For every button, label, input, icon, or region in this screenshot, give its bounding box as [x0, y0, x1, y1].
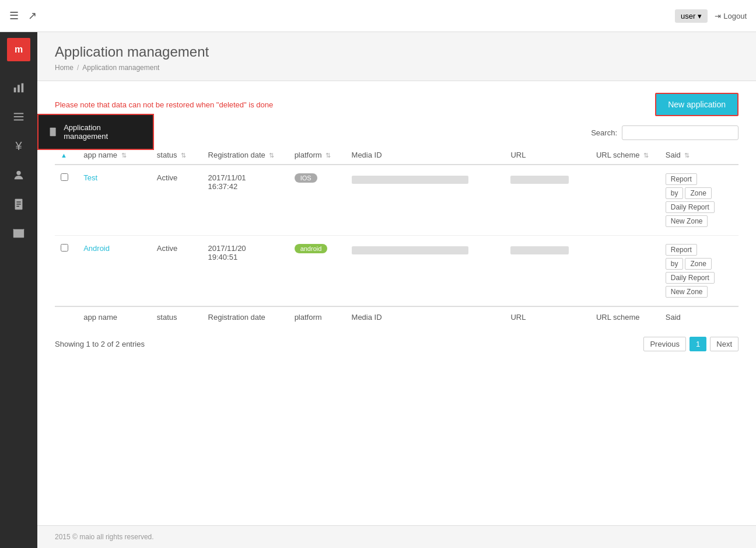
th-status[interactable]: status ⇅: [151, 146, 202, 165]
url-bar-2: [510, 246, 569, 254]
td-urlscheme-1: [590, 165, 660, 236]
showing-text: Showing 1 to 2 of 2 entries: [55, 340, 145, 348]
td-footer-mediaid: Media ID: [346, 306, 505, 327]
app-management-icon: [48, 127, 58, 137]
new-zone-button-1[interactable]: New Zone: [666, 215, 708, 227]
sidebar-item-yen[interactable]: ¥: [0, 131, 37, 160]
table-footer: Showing 1 to 2 of 2 entries Previous 1 N…: [55, 337, 738, 351]
page-1-button[interactable]: 1: [690, 337, 706, 351]
svg-rect-14: [51, 131, 55, 132]
td-footer-appname: app name: [78, 306, 151, 327]
row-checkbox-1[interactable]: [61, 173, 68, 181]
page-footer: 2015 © maio all rights reserved.: [37, 525, 756, 548]
td-footer-status: status: [151, 306, 202, 327]
svg-rect-8: [16, 201, 20, 202]
search-input[interactable]: [622, 125, 738, 140]
svg-rect-5: [14, 120, 24, 121]
document-icon: [12, 198, 25, 211]
expand-icon[interactable]: ↗: [28, 9, 37, 22]
daily-report-button-1[interactable]: Daily Report: [666, 201, 715, 213]
td-platform-2: android: [289, 236, 346, 307]
by-button-1[interactable]: by: [666, 187, 684, 199]
yen-icon: ¥: [15, 139, 22, 153]
svg-rect-10: [16, 206, 19, 207]
td-checkbox-1: [55, 165, 78, 236]
td-status-1: Active: [151, 165, 202, 236]
top-nav-left: ☰ ↗: [9, 9, 37, 22]
td-footer-platform: platform: [289, 306, 346, 327]
sidebar-panel-app-management[interactable]: Application management: [37, 114, 154, 150]
sidebar: m ¥: [0, 32, 37, 548]
th-urlscheme-label: URL scheme: [596, 151, 640, 159]
td-footer-said: Said: [660, 306, 738, 327]
td-status-2: Active: [151, 236, 202, 307]
sidebar-item-mail[interactable]: [0, 219, 37, 248]
app-link-2[interactable]: Android: [83, 244, 110, 253]
report-button-1[interactable]: Report: [666, 173, 697, 185]
sidebar-item-document[interactable]: [0, 190, 37, 219]
td-footer-urlscheme: URL scheme: [590, 306, 660, 327]
logout-button[interactable]: ⇥ Logout: [715, 12, 747, 20]
td-appname-1: Test: [78, 165, 151, 236]
th-status-sort: ⇅: [181, 152, 186, 159]
next-button[interactable]: Next: [710, 337, 738, 351]
table-row: Android Active 2017/11/2019:40:51 androi…: [55, 236, 738, 307]
mail-icon: [12, 227, 25, 240]
th-platform-sort: ⇅: [326, 152, 331, 159]
new-zone-button-2[interactable]: New Zone: [666, 286, 708, 298]
chevron-down-icon: ▾: [698, 12, 702, 20]
td-url-2: [505, 236, 590, 307]
zone-button-1[interactable]: Zone: [685, 187, 711, 199]
th-mediaid-label: Media ID: [352, 151, 382, 159]
sort-asc-icon: ▲: [61, 152, 67, 159]
breadcrumb-home[interactable]: Home: [55, 64, 74, 72]
sidebar-item-user[interactable]: [0, 160, 37, 190]
breadcrumb: Home / Application management: [55, 64, 738, 72]
td-checkbox-2: [55, 236, 78, 307]
row-checkbox-2[interactable]: [61, 244, 68, 252]
mediaid-bar-2: [352, 246, 468, 254]
data-table: ▲ app name ⇅ status ⇅ Registration date: [55, 146, 738, 327]
th-regdate-sort: ⇅: [269, 152, 274, 159]
bar-chart-icon: [12, 81, 25, 94]
page-header: Application management Home / Applicatio…: [37, 32, 756, 81]
daily-report-button-2[interactable]: Daily Report: [666, 272, 715, 284]
table-row: Test Active 2017/11/0116:37:42 IOS: [55, 165, 738, 236]
top-nav-right: user ▾ ⇥ Logout: [675, 9, 747, 23]
td-mediaid-1: [346, 165, 505, 236]
td-url-1: [505, 165, 590, 236]
new-application-button[interactable]: New application: [655, 93, 738, 116]
td-appname-2: Android: [78, 236, 151, 307]
th-said-sort: ⇅: [684, 152, 690, 159]
user-dropdown[interactable]: user ▾: [675, 9, 708, 23]
sidebar-logo[interactable]: m: [7, 38, 30, 61]
th-platform[interactable]: platform ⇅: [289, 146, 346, 165]
td-footer-url: URL: [505, 306, 590, 327]
hamburger-icon[interactable]: ☰: [9, 9, 19, 22]
list-icon: [12, 110, 25, 123]
breadcrumb-separator: /: [77, 64, 79, 72]
zone-button-2[interactable]: Zone: [685, 258, 711, 270]
svg-rect-9: [16, 204, 20, 204]
td-said-1: Report by Zone Daily Report New Zone: [660, 165, 738, 236]
regdate-1: 2017/11/0116:37:42: [208, 173, 246, 191]
svg-rect-2: [22, 83, 24, 93]
sidebar-item-bar-chart[interactable]: [0, 73, 37, 102]
report-button-2[interactable]: Report: [666, 244, 697, 256]
th-said-label: Said: [666, 151, 681, 159]
td-urlscheme-2: [590, 236, 660, 307]
td-footer-checkbox: [55, 306, 78, 327]
th-appname-sort: ⇅: [121, 152, 127, 159]
action-row-2: by Zone: [666, 258, 712, 270]
th-said[interactable]: Said ⇅: [660, 146, 738, 165]
main-layout: m ¥ Application management: [0, 32, 756, 548]
th-regdate[interactable]: Registration date ⇅: [202, 146, 289, 165]
by-button-2[interactable]: by: [666, 258, 684, 270]
th-urlscheme[interactable]: URL scheme ⇅: [590, 146, 660, 165]
previous-button[interactable]: Previous: [643, 337, 686, 351]
table-footer-header-row: app name status Registration date platfo…: [55, 306, 738, 327]
app-link-1[interactable]: Test: [83, 173, 97, 182]
logout-label: Logout: [723, 12, 747, 20]
sidebar-item-list[interactable]: [0, 102, 37, 131]
th-appname-label: app name: [83, 151, 117, 159]
